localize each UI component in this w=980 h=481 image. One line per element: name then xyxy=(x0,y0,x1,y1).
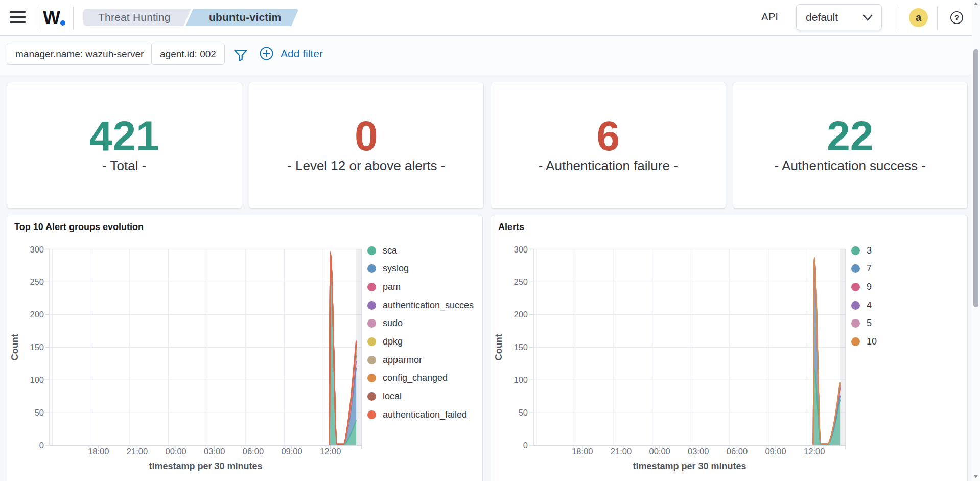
svg-text:100: 100 xyxy=(30,375,44,384)
svg-text:300: 300 xyxy=(30,245,44,254)
scrollbar-up-arrow[interactable] xyxy=(974,2,978,5)
avatar[interactable]: a xyxy=(909,8,928,27)
filter-pill-manager[interactable]: manager.name: wazuh-server xyxy=(7,43,152,65)
legend-label: syslog xyxy=(383,263,409,274)
stat-label: - Authentication success - xyxy=(733,158,968,173)
charts-row: Top 10 Alert groups evolution 0501001502… xyxy=(7,215,968,481)
legend-label: 5 xyxy=(867,318,872,329)
legend-label: authentication_succes xyxy=(383,300,474,311)
legend-dot xyxy=(367,356,376,364)
stat-cards-row: 421 - Total - 0 - Level 12 or above aler… xyxy=(7,82,968,209)
legend-label: 7 xyxy=(867,263,872,274)
legend-item-4[interactable]: 4 xyxy=(851,300,877,310)
svg-text:250: 250 xyxy=(514,277,528,286)
svg-text:09:00: 09:00 xyxy=(765,447,786,456)
stat-label: - Authentication failure - xyxy=(491,158,726,173)
api-label: API xyxy=(761,11,778,23)
stat-card-auth-success[interactable]: 22 - Authentication success - xyxy=(733,82,968,209)
svg-text:06:00: 06:00 xyxy=(243,447,264,456)
svg-text:03:00: 03:00 xyxy=(204,447,225,456)
legend-dot xyxy=(367,410,376,419)
legend-label: config_changed xyxy=(383,373,448,383)
legend-label: 10 xyxy=(867,336,877,347)
menu-icon[interactable] xyxy=(10,11,26,24)
legend-label: 4 xyxy=(867,300,872,311)
page-scrollbar[interactable] xyxy=(972,0,980,481)
legend-item-9[interactable]: 9 xyxy=(851,282,877,292)
header-divider xyxy=(73,7,74,30)
add-filter-button[interactable]: Add filter xyxy=(260,47,323,60)
wazuh-logo[interactable]: W. xyxy=(43,7,65,29)
stat-value: 22 xyxy=(733,116,968,156)
legend-label: apparmor xyxy=(383,355,422,365)
stat-card-auth-failure[interactable]: 6 - Authentication failure - xyxy=(491,82,726,209)
legend-dot xyxy=(851,264,860,273)
filter-bar: manager.name: wazuh-server agent.id: 002… xyxy=(0,36,972,75)
breadcrumb-agent[interactable]: ubuntu-victim xyxy=(185,9,299,26)
svg-text:03:00: 03:00 xyxy=(688,447,709,456)
app-header: W. Threat Hunting ubuntu-victim API defa… xyxy=(0,0,980,36)
svg-text:50: 50 xyxy=(35,408,44,417)
legend-item-config_changed[interactable]: config_changed xyxy=(367,373,474,383)
svg-text:200: 200 xyxy=(30,310,44,319)
chart-legend: scasyslogpamauthentication_successudodpk… xyxy=(367,245,474,428)
svg-text:150: 150 xyxy=(514,342,528,352)
legend-item-apparmor[interactable]: apparmor xyxy=(367,355,474,365)
breadcrumb-module[interactable]: Threat Hunting xyxy=(83,9,191,26)
legend-item-pam[interactable]: pam xyxy=(367,282,474,292)
legend-item-syslog[interactable]: syslog xyxy=(367,264,474,274)
legend-dot xyxy=(367,319,376,328)
svg-text:100: 100 xyxy=(514,375,528,384)
legend-dot xyxy=(851,301,860,310)
svg-text:00:00: 00:00 xyxy=(165,447,186,456)
index-pattern-select[interactable]: default xyxy=(796,4,882,30)
legend-dot xyxy=(367,392,376,401)
stat-card-total[interactable]: 421 - Total - xyxy=(7,82,242,209)
legend-dot xyxy=(851,319,860,328)
svg-text:12:00: 12:00 xyxy=(320,447,341,456)
scrollbar-thumb[interactable] xyxy=(973,49,978,307)
chevron-down-icon xyxy=(862,14,873,21)
svg-text:12:00: 12:00 xyxy=(804,447,825,456)
stat-card-level12[interactable]: 0 - Level 12 or above alerts - xyxy=(249,82,484,209)
legend-dot xyxy=(851,246,860,255)
legend-label: pam xyxy=(383,282,401,292)
legend-label: sudo xyxy=(383,318,403,329)
legend-item-authentication_failed[interactable]: authentication_failed xyxy=(367,409,474,420)
svg-text:09:00: 09:00 xyxy=(281,447,302,456)
svg-text:250: 250 xyxy=(30,277,44,286)
header-divider xyxy=(37,7,37,30)
help-icon[interactable]: ? xyxy=(950,11,964,25)
legend-item-authentication_succes[interactable]: authentication_succes xyxy=(367,300,474,310)
filter-funnel-icon[interactable] xyxy=(234,49,247,61)
legend-dot xyxy=(367,337,376,346)
alerts-chart[interactable]: 05010015020025030018:0021:0000:0003:0006… xyxy=(491,215,967,481)
legend-label: local xyxy=(383,391,402,402)
svg-text:0: 0 xyxy=(39,441,44,450)
scrollbar-down-arrow[interactable] xyxy=(974,475,978,478)
legend-dot xyxy=(851,337,860,346)
legend-item-10[interactable]: 10 xyxy=(851,336,877,347)
legend-item-5[interactable]: 5 xyxy=(851,318,877,329)
svg-text:300: 300 xyxy=(514,245,528,254)
legend-item-local[interactable]: local xyxy=(367,392,474,402)
stat-value: 0 xyxy=(249,116,484,156)
filter-pill-agent[interactable]: agent.id: 002 xyxy=(151,43,225,65)
svg-text:?: ? xyxy=(954,13,959,22)
legend-label: 3 xyxy=(867,245,872,256)
legend-item-3[interactable]: 3 xyxy=(851,245,877,256)
legend-label: 9 xyxy=(867,282,872,292)
legend-dot xyxy=(851,283,860,291)
legend-item-dpkg[interactable]: dpkg xyxy=(367,336,474,347)
svg-text:Count: Count xyxy=(494,334,504,360)
svg-text:18:00: 18:00 xyxy=(572,447,593,456)
stat-label: - Level 12 or above alerts - xyxy=(249,158,484,173)
legend-item-sca[interactable]: sca xyxy=(367,245,474,256)
header-divider xyxy=(937,7,938,30)
legend-dot xyxy=(367,246,376,255)
legend-item-7[interactable]: 7 xyxy=(851,264,877,274)
legend-dot xyxy=(367,374,376,382)
stat-value: 6 xyxy=(491,116,726,156)
legend-label: dpkg xyxy=(383,336,403,347)
legend-item-sudo[interactable]: sudo xyxy=(367,318,474,329)
